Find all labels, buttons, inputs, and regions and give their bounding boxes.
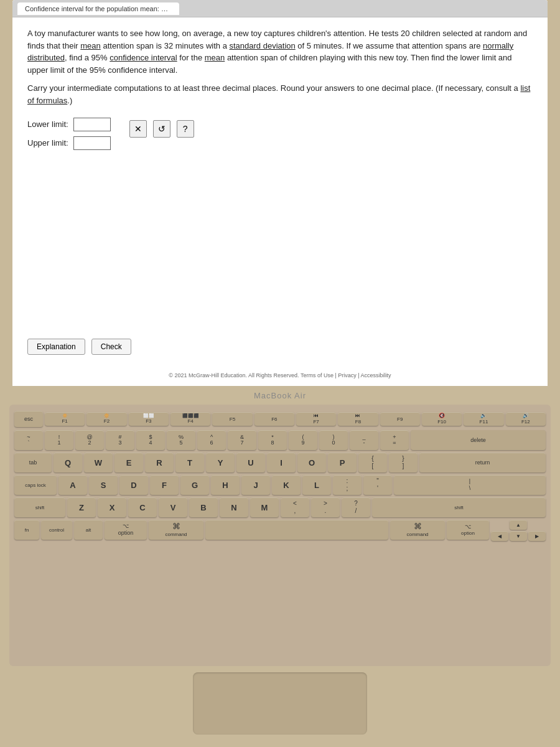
key-a[interactable]: A <box>58 475 87 495</box>
key-arrow-right[interactable]: ▶ <box>528 531 546 541</box>
lower-limit-input[interactable] <box>73 118 111 131</box>
key-bracket-open[interactable]: {[ <box>358 453 387 472</box>
key-l[interactable]: L <box>302 475 331 495</box>
key-bracket-close[interactable]: }] <box>389 453 418 472</box>
key-w[interactable]: W <box>84 453 113 472</box>
key-u[interactable]: U <box>236 453 265 472</box>
key-f[interactable]: F <box>150 475 179 495</box>
key-j[interactable]: J <box>241 475 270 495</box>
key-5[interactable]: %5 <box>167 430 195 450</box>
key-f8[interactable]: ⏭F8 <box>338 412 378 426</box>
key-backtick[interactable]: ~` <box>14 430 43 450</box>
macbook-label: MacBook Air <box>254 391 306 400</box>
footer-text: © 2021 McGraw-Hill Education. All Rights… <box>12 372 548 380</box>
key-m[interactable]: M <box>250 497 279 517</box>
key-d[interactable]: D <box>119 475 148 495</box>
key-2[interactable]: @2 <box>75 430 104 450</box>
key-option-right[interactable]: ⌥option <box>447 520 489 540</box>
asdf-row: caps lock A S D F G H J K L :; "' |\ <box>14 475 546 495</box>
key-y[interactable]: Y <box>206 453 235 472</box>
trackpad[interactable] <box>193 672 367 735</box>
key-command-right[interactable]: ⌘command <box>390 520 445 540</box>
key-semicolon[interactable]: :; <box>333 475 362 495</box>
key-7[interactable]: &7 <box>228 430 256 450</box>
key-i[interactable]: I <box>267 453 296 472</box>
key-shift-left[interactable]: shift <box>14 497 65 517</box>
lower-limit-row: Lower limit: <box>27 118 111 131</box>
key-arrow-left[interactable]: ◀ <box>491 531 508 541</box>
check-button[interactable]: Check <box>91 339 131 355</box>
key-p[interactable]: P <box>328 453 357 472</box>
key-s[interactable]: S <box>89 475 118 495</box>
key-equals[interactable]: += <box>380 430 409 450</box>
key-comma[interactable]: <, <box>281 497 309 517</box>
key-backslash[interactable]: |\ <box>394 475 546 495</box>
key-alt-left[interactable]: alt <box>74 520 103 540</box>
zxcv-row: shift Z X C V B N M <, >. ?/ shift <box>14 497 546 517</box>
key-backspace[interactable]: delete <box>411 430 546 450</box>
key-f10[interactable]: 🔇F10 <box>422 412 462 426</box>
key-arrow-down[interactable]: ▼ <box>510 531 527 541</box>
key-h[interactable]: H <box>211 475 240 495</box>
key-6[interactable]: ^6 <box>197 430 226 450</box>
key-f3[interactable]: ⬜⬜F3 <box>129 412 169 426</box>
key-arrow-up[interactable]: ▲ <box>510 520 527 530</box>
key-shift-right[interactable]: shift <box>372 497 546 517</box>
key-caps-lock[interactable]: caps lock <box>14 475 57 495</box>
key-command-left[interactable]: ⌘command <box>149 520 203 540</box>
key-f5[interactable]: F5 <box>212 412 252 426</box>
limits-section: Lower limit: Upper limit: <box>27 118 111 150</box>
fn-row: esc 🔅F1 🔆F2 ⬜⬜F3 ⬛⬛⬛F4 F5 F6 ⏮F7 ⏭F8 F9 <box>14 411 546 427</box>
key-n[interactable]: N <box>220 497 248 517</box>
key-0[interactable]: )0 <box>319 430 348 450</box>
key-o[interactable]: O <box>297 453 326 472</box>
key-9[interactable]: (9 <box>289 430 317 450</box>
key-option-left[interactable]: ⌥option <box>105 520 147 540</box>
help-button[interactable]: ? <box>177 120 194 138</box>
key-x[interactable]: X <box>98 497 126 517</box>
key-control[interactable]: control <box>41 520 72 540</box>
key-1[interactable]: !1 <box>45 430 73 450</box>
key-f4[interactable]: ⬛⬛⬛F4 <box>170 412 210 426</box>
key-b[interactable]: B <box>189 497 218 517</box>
key-period[interactable]: >. <box>311 497 340 517</box>
key-c[interactable]: C <box>128 497 157 517</box>
key-return[interactable]: return <box>419 453 546 472</box>
underline-sd: standard deviation <box>230 41 296 50</box>
key-tab[interactable]: tab <box>14 453 52 472</box>
key-8[interactable]: *8 <box>258 430 287 450</box>
key-space[interactable] <box>205 520 388 540</box>
clear-button[interactable]: ✕ <box>129 120 147 138</box>
key-r[interactable]: R <box>145 453 174 472</box>
key-k[interactable]: K <box>272 475 301 495</box>
key-e[interactable]: E <box>114 453 143 472</box>
key-minus[interactable]: _- <box>350 430 378 450</box>
explanation-button[interactable]: Explanation <box>27 339 85 355</box>
key-4[interactable]: $4 <box>136 430 165 450</box>
key-z[interactable]: Z <box>67 497 96 517</box>
form-section: Lower limit: Upper limit: ✕ ↺ ? <box>27 118 533 150</box>
key-fn[interactable]: fn <box>14 520 39 540</box>
key-3[interactable]: #3 <box>106 430 134 450</box>
key-slash[interactable]: ?/ <box>342 497 370 517</box>
upper-limit-input[interactable] <box>73 136 111 150</box>
key-f11[interactable]: 🔉F11 <box>464 412 503 426</box>
key-f12[interactable]: 🔊F12 <box>506 412 546 426</box>
main-content: A toy manufacturer wants to see how long… <box>12 17 548 171</box>
problem-paragraph: A toy manufacturer wants to see how long… <box>27 27 533 76</box>
key-f6[interactable]: F6 <box>254 412 294 426</box>
bottom-row: fn control alt ⌥option ⌘command ⌘command… <box>14 520 546 541</box>
key-quote[interactable]: "' <box>363 475 392 495</box>
screen-content: Confidence interval for the population m… <box>12 0 548 386</box>
undo-button[interactable]: ↺ <box>153 120 170 138</box>
key-g[interactable]: G <box>180 475 209 495</box>
key-f1[interactable]: 🔅F1 <box>45 412 85 426</box>
key-v[interactable]: V <box>159 497 187 517</box>
key-f2[interactable]: 🔆F2 <box>86 412 126 426</box>
key-t[interactable]: T <box>175 453 204 472</box>
key-f9[interactable]: F9 <box>380 412 420 426</box>
key-q[interactable]: Q <box>54 453 82 472</box>
key-f7[interactable]: ⏮F7 <box>296 412 336 426</box>
instruction-paragraph: Carry your intermediate computations to … <box>27 82 533 106</box>
key-esc[interactable]: esc <box>14 411 43 427</box>
